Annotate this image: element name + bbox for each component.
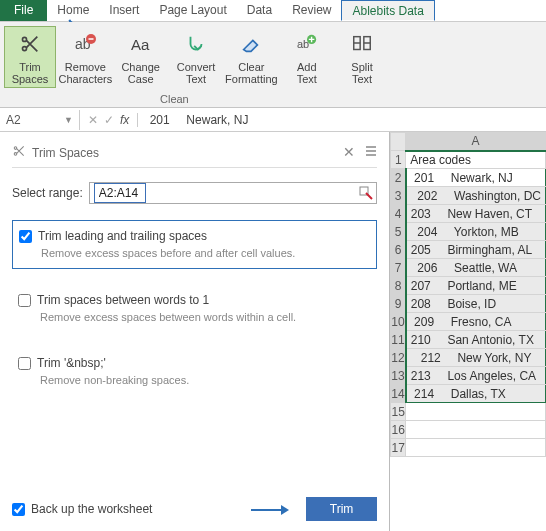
range-picker-icon[interactable] <box>358 185 374 201</box>
option-trim-nbsp: Trim '&nbsp;' Remove non-breaking spaces… <box>12 348 377 395</box>
chevron-down-icon: ▼ <box>64 115 73 125</box>
change-case-icon: Aa <box>129 29 153 59</box>
cell[interactable]: 210 San Antonio, TX <box>406 331 546 349</box>
cell[interactable]: 204 Yorkton, MB <box>406 223 546 241</box>
row-header[interactable]: 3 <box>391 187 406 205</box>
trim-between-words-desc: Remove excess spaces between words withi… <box>40 311 371 324</box>
trim-button[interactable]: Trim <box>306 497 378 521</box>
cancel-icon[interactable]: ✕ <box>88 113 98 127</box>
row-header[interactable]: 17 <box>391 439 406 457</box>
close-icon[interactable]: ✕ <box>343 144 355 161</box>
tab-insert[interactable]: Insert <box>99 0 149 21</box>
row-header[interactable]: 5 <box>391 223 406 241</box>
cell[interactable]: 208 Boise, ID <box>406 295 546 313</box>
cell[interactable]: 207 Portland, ME <box>406 277 546 295</box>
trim-between-words-checkbox[interactable] <box>18 294 31 307</box>
tab-review[interactable]: Review <box>282 0 341 21</box>
formula-bar-buttons: ✕ ✓ fx <box>80 113 138 127</box>
clear-fmt-label: Clear Formatting <box>225 61 278 85</box>
split-text-label: Split Text <box>351 61 372 85</box>
cell[interactable] <box>406 403 546 421</box>
option-trim-leading-trailing: Trim leading and trailing spaces Remove … <box>12 220 377 269</box>
tab-data[interactable]: Data <box>237 0 282 21</box>
cell-a1[interactable]: Area codes <box>406 151 546 169</box>
ribbon: Trim Spaces ab Remove Characters Aa Chan… <box>0 22 546 108</box>
option-trim-between-words: Trim spaces between words to 1 Remove ex… <box>12 285 377 332</box>
backup-label: Back up the worksheet <box>31 502 152 516</box>
row-header[interactable]: 14 <box>391 385 406 403</box>
trim-nbsp-label: Trim '&nbsp;' <box>37 356 106 370</box>
cell[interactable]: 201 Newark, NJ <box>406 169 546 187</box>
range-input[interactable] <box>94 183 146 203</box>
formula-bar: A2 ▼ ✕ ✓ fx 201 Newark, NJ <box>0 108 546 132</box>
cell[interactable]: 213 Los Angeles, CA <box>406 367 546 385</box>
row-header[interactable]: 1 <box>391 151 406 169</box>
trim-leading-trailing-label: Trim leading and trailing spaces <box>38 229 207 243</box>
tab-file[interactable]: File <box>0 0 47 21</box>
row-header[interactable]: 2 <box>391 169 406 187</box>
add-text-icon: ab <box>296 29 318 59</box>
trim-nbsp-checkbox[interactable] <box>18 357 31 370</box>
change-case-label: Change Case <box>121 61 160 85</box>
annotation-arrow-icon <box>249 500 289 523</box>
convert-text-button[interactable]: Convert Text <box>170 27 222 87</box>
cell[interactable] <box>406 421 546 439</box>
scissors-icon <box>19 29 41 59</box>
fx-icon[interactable]: fx <box>120 113 129 127</box>
change-case-button[interactable]: Aa Change Case <box>115 27 167 87</box>
remove-chars-icon: ab <box>73 29 97 59</box>
remove-characters-button[interactable]: ab Remove Characters <box>59 27 111 87</box>
ribbon-group-clean: Trim Spaces ab Remove Characters Aa Chan… <box>4 26 388 88</box>
cell[interactable]: 212 New York, NY <box>406 349 546 367</box>
row-header[interactable]: 8 <box>391 277 406 295</box>
select-all-corner[interactable] <box>391 133 406 151</box>
tab-ablebits-data[interactable]: Ablebits Data <box>341 0 434 21</box>
tab-page-layout[interactable]: Page Layout <box>149 0 236 21</box>
cell[interactable]: 203 New Haven, CT <box>406 205 546 223</box>
clear-formatting-button[interactable]: Clear Formatting <box>225 27 277 87</box>
remove-chars-label: Remove Characters <box>58 61 112 85</box>
cell[interactable] <box>406 439 546 457</box>
svg-text:Aa: Aa <box>131 36 150 53</box>
row-header[interactable]: 4 <box>391 205 406 223</box>
split-text-button[interactable]: Split Text <box>336 27 388 87</box>
col-header-a[interactable]: A <box>406 133 546 151</box>
cell[interactable]: 214 Dallas, TX <box>406 385 546 403</box>
trim-spaces-button[interactable]: Trim Spaces <box>4 26 56 88</box>
ribbon-tabs: File Home Insert Page Layout Data Review… <box>0 0 546 22</box>
ribbon-group-label: Clean <box>160 93 189 105</box>
convert-text-label: Convert Text <box>177 61 216 85</box>
cell[interactable]: 202 Washington, DC <box>406 187 546 205</box>
tab-home[interactable]: Home <box>47 0 99 21</box>
select-range-label: Select range: <box>12 186 83 200</box>
row-header[interactable]: 15 <box>391 403 406 421</box>
split-text-icon <box>351 29 373 59</box>
trim-leading-trailing-desc: Remove excess spaces before and after ce… <box>41 247 370 260</box>
row-header[interactable]: 12 <box>391 349 406 367</box>
row-header[interactable]: 16 <box>391 421 406 439</box>
trim-nbsp-desc: Remove non-breaking spaces. <box>40 374 371 387</box>
worksheet-grid[interactable]: A 1Area codes 2 201 Newark, NJ3 202 Wash… <box>390 132 546 531</box>
backup-checkbox[interactable] <box>12 503 25 516</box>
cell[interactable]: 205 Birmingham, AL <box>406 241 546 259</box>
name-box[interactable]: A2 ▼ <box>0 110 80 130</box>
row-header[interactable]: 13 <box>391 367 406 385</box>
trim-leading-trailing-checkbox[interactable] <box>19 230 32 243</box>
cell[interactable]: 206 Seattle, WA <box>406 259 546 277</box>
menu-icon[interactable] <box>365 144 377 161</box>
row-header[interactable]: 9 <box>391 295 406 313</box>
row-header[interactable]: 10 <box>391 313 406 331</box>
trim-spaces-pane: Trim Spaces ✕ Select range: Trim leadi <box>0 132 390 531</box>
row-header[interactable]: 11 <box>391 331 406 349</box>
trim-between-words-label: Trim spaces between words to 1 <box>37 293 209 307</box>
row-header[interactable]: 7 <box>391 259 406 277</box>
add-text-label: Add Text <box>297 61 317 85</box>
formula-input[interactable]: 201 Newark, NJ <box>138 110 546 130</box>
cell[interactable]: 209 Fresno, CA <box>406 313 546 331</box>
range-input-wrap <box>89 182 378 204</box>
row-header[interactable]: 6 <box>391 241 406 259</box>
add-text-button[interactable]: ab Add Text <box>281 27 333 87</box>
check-icon[interactable]: ✓ <box>104 113 114 127</box>
pane-title: Trim Spaces <box>32 146 99 160</box>
convert-text-icon <box>185 29 207 59</box>
